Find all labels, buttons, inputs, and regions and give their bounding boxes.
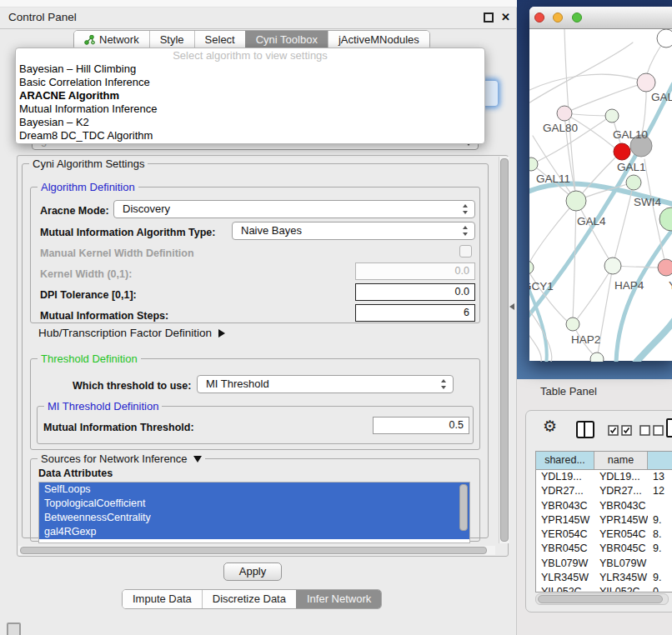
settings-horizontal-scrollbar[interactable] — [18, 546, 495, 555]
algorithm-option[interactable]: Basic Correlation Inference — [16, 76, 484, 89]
node-label: HAP4 — [614, 279, 644, 292]
hub-section-label: Hub/Transcription Factor Definition — [38, 327, 212, 339]
node-green-gal1[interactable] — [626, 175, 641, 190]
collapsed-panel-icon[interactable] — [7, 622, 21, 635]
node-gal4[interactable] — [566, 191, 586, 211]
bottom-tab-bar: Impute DataDiscretize DataInfer Network — [122, 589, 382, 609]
table-cell: YDR27... — [536, 484, 594, 498]
network-edge — [616, 222, 672, 362]
algorithm-option[interactable]: Bayesian – Hill Climbing — [16, 62, 484, 76]
scrollbar-thumb[interactable] — [20, 547, 487, 554]
data-attributes-label: Data Attributes — [38, 468, 113, 479]
table-row[interactable]: YLR345WYLR345W9. — [536, 571, 672, 585]
deselect-columns-icon[interactable] — [639, 425, 664, 436]
select-all-columns-icon[interactable] — [608, 425, 633, 436]
hub-section-header[interactable]: Hub/Transcription Factor Definition — [38, 327, 225, 339]
table-row[interactable]: YBL079WYBL079W — [536, 557, 672, 571]
table-row[interactable]: YBR043CYBR043C — [536, 499, 672, 513]
node-label: GCY1 — [529, 280, 554, 292]
node-gcy1[interactable] — [529, 261, 534, 274]
apply-button[interactable]: Apply — [223, 562, 282, 581]
table-cell: 9. — [648, 571, 672, 585]
algorithm-option[interactable]: Dream8 DC_TDC Algorithm — [16, 129, 484, 142]
table-row[interactable]: YIL052CYIL052C0 — [536, 585, 672, 592]
desktop-area: Table Panel GALGAL80GAL10GAL1GAL11SWI4GA… — [517, 0, 672, 635]
network-canvas[interactable]: GALGAL80GAL10GAL1GAL11SWI4GAL4GCY1HAP4YH… — [529, 29, 672, 362]
dpi-tolerance-field[interactable]: 0.0 — [355, 283, 475, 301]
gear-icon[interactable]: ⚙ — [543, 418, 557, 436]
tab-label: Style — [160, 31, 184, 49]
table-cell: YIL052C — [594, 585, 648, 592]
collapse-arrow-icon[interactable] — [193, 456, 202, 462]
data-attributes-list[interactable]: SelfLoopsTopologicalCoefficientBetweenne… — [38, 482, 470, 543]
tab-impute-data[interactable]: Impute Data — [123, 590, 202, 608]
column-header[interactable] — [648, 452, 672, 469]
algorithm-option[interactable]: Bayesian – K2 — [16, 116, 484, 129]
float-panel-button[interactable] — [484, 12, 494, 22]
node-gal11[interactable] — [529, 158, 538, 171]
table-row[interactable]: YDR27...YDR27...12 — [536, 484, 672, 498]
node-swi4[interactable] — [659, 208, 672, 231]
scrollbar-thumb[interactable] — [538, 595, 663, 603]
network-window-titlebar[interactable] — [529, 7, 672, 29]
list-scrollbar-thumb[interactable] — [459, 484, 468, 531]
splitter-collapse-arrow[interactable] — [509, 303, 514, 310]
which-threshold-combobox[interactable]: MI Threshold — [197, 375, 454, 393]
node-label: GAL10 — [613, 128, 648, 141]
close-window-button[interactable] — [534, 12, 544, 22]
tab-style[interactable]: Style — [149, 31, 194, 49]
table-row[interactable]: YER054CYER054C8. — [536, 528, 672, 542]
mi-type-label: Mutual Information Algorithm Type: — [40, 227, 215, 238]
table-horizontal-scrollbar[interactable] — [535, 593, 669, 605]
table-cell: 9. — [648, 513, 672, 528]
document-icon[interactable] — [666, 418, 672, 438]
manual-kernel-checkbox[interactable] — [459, 245, 472, 258]
column-header[interactable]: name — [594, 452, 648, 469]
node-hap2[interactable] — [566, 318, 579, 331]
tab-network[interactable]: Network — [74, 31, 149, 49]
table-row[interactable]: YBR045CYBR045C9. — [536, 542, 672, 556]
table-cell: YLR345W — [536, 571, 594, 585]
mi-threshold-field[interactable]: 0.5 — [373, 417, 469, 434]
tab-discretize-data[interactable]: Discretize Data — [202, 590, 296, 608]
close-panel-button[interactable]: ✕ — [501, 7, 510, 28]
node-gal80[interactable] — [557, 106, 572, 121]
spinner-icon — [462, 225, 469, 237]
table-cell: 12 — [648, 484, 672, 498]
split-columns-icon[interactable] — [576, 421, 594, 438]
tab-jactivemnodules[interactable]: jActiveMNodules — [328, 31, 429, 49]
combobox-value: MI Threshold — [198, 376, 453, 392]
minimize-window-button[interactable] — [553, 12, 563, 22]
spinner-icon — [440, 378, 448, 390]
attribute-item[interactable]: gal4RGexp — [39, 525, 469, 539]
settings-vertical-scrollbar[interactable] — [499, 157, 509, 543]
zoom-window-button[interactable] — [572, 12, 582, 22]
table-row[interactable]: YDL19...YDL19...13 — [536, 470, 672, 484]
node-top-partial[interactable] — [657, 29, 672, 48]
node-bottom-partial[interactable] — [590, 352, 604, 362]
node-red[interactable] — [614, 143, 630, 160]
tab-cyni-toolbox[interactable]: Cyni Toolbox — [245, 31, 328, 49]
network-edge — [577, 266, 613, 319]
tab-infer-network[interactable]: Infer Network — [296, 590, 381, 608]
algorithm-option[interactable]: ARACNE Algorithm — [16, 89, 484, 102]
kernel-width-field[interactable]: 0.0 — [355, 262, 475, 280]
node-hap4[interactable] — [604, 258, 621, 274]
attribute-item[interactable]: BetweennessCentrality — [39, 511, 469, 525]
node-gal10[interactable] — [605, 109, 619, 122]
mi-steps-field[interactable]: 6 — [355, 304, 475, 322]
table-cell: YER054C — [536, 528, 594, 542]
attribute-item[interactable]: SelfLoops — [39, 482, 469, 497]
attribute-item[interactable]: TopologicalCoefficient — [39, 497, 469, 511]
table-cell: YBR043C — [536, 499, 594, 513]
table-row[interactable]: YPR145WYPR145W9. — [536, 513, 672, 528]
table-cell: YBR043C — [594, 499, 648, 513]
node-pink[interactable] — [637, 73, 655, 92]
mi-algorithm-type-combobox[interactable]: Naive Bayes — [232, 222, 475, 240]
node-salmon[interactable] — [658, 259, 672, 276]
algorithm-option[interactable]: Mutual Information Inference — [16, 102, 484, 116]
scrollbar-thumb[interactable] — [500, 158, 509, 542]
tab-select[interactable]: Select — [194, 31, 245, 49]
column-header[interactable]: shared... — [536, 452, 594, 469]
aracne-mode-combobox[interactable]: Discovery — [113, 200, 475, 218]
